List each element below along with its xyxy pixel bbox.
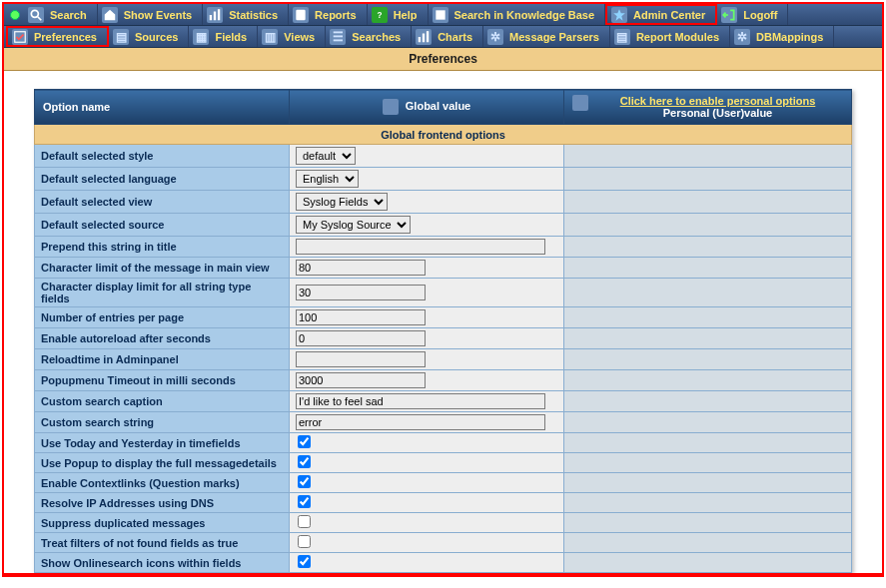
option-value-cell [290, 453, 564, 473]
charts-tab[interactable]: Charts [412, 26, 483, 47]
option-checkbox[interactable] [298, 455, 311, 468]
option-label: Character limit of the message in main v… [35, 258, 290, 279]
views-icon: ▥ [262, 29, 278, 45]
svg-line-1 [38, 16, 42, 20]
option-value-cell [290, 493, 564, 513]
personal-value-cell [564, 349, 852, 370]
pref-row: Use Popup to display the full messagedet… [35, 453, 852, 473]
option-input[interactable] [296, 414, 545, 430]
pref-row: Popupmenu Timeout in milli seconds [35, 370, 852, 391]
personal-value-cell [564, 145, 852, 168]
charts-label: Charts [438, 31, 472, 43]
option-input[interactable] [296, 330, 426, 346]
views-tab[interactable]: ▥ Views [258, 26, 326, 47]
option-value-cell [290, 533, 564, 553]
searches-tab[interactable]: ☰ Searches [326, 26, 412, 47]
option-label: Default selected style [35, 145, 290, 168]
option-label: Popupmenu Timeout in milli seconds [35, 370, 290, 391]
option-input[interactable] [296, 351, 426, 367]
magnifier-icon [28, 7, 44, 23]
svg-marker-8 [613, 9, 625, 21]
option-checkbox[interactable] [298, 555, 311, 568]
option-label: Enable Contextlinks (Question marks) [35, 473, 290, 493]
personal-value-cell [564, 391, 852, 412]
option-value-cell [290, 391, 564, 412]
fields-label: Fields [215, 31, 247, 43]
option-label: Custom search string [35, 412, 290, 433]
option-label: Use Today and Yesterday in timefields [35, 433, 290, 453]
svg-rect-5 [296, 9, 305, 20]
main-toolbar: Search Show Events Statistics Reports ? … [4, 4, 882, 26]
search-button[interactable]: Search [24, 4, 98, 25]
personal-value-cell [564, 493, 852, 513]
home-icon [102, 7, 118, 23]
statistics-button[interactable]: Statistics [203, 4, 289, 25]
sources-tab[interactable]: ▤ Sources [109, 26, 189, 47]
option-label: Use Popup to display the full messagedet… [35, 453, 290, 473]
logoff-button[interactable]: Logoff [717, 4, 788, 25]
option-label: Default selected view [35, 191, 290, 214]
option-input[interactable] [296, 372, 426, 388]
option-checkbox[interactable] [298, 495, 311, 508]
status-indicator-icon [10, 10, 20, 20]
reports-button[interactable]: Reports [289, 4, 368, 25]
content-area: Option name Global value Click here to e… [4, 71, 882, 575]
pref-row: Custom search caption [35, 391, 852, 412]
option-label: Show Onlinesearch icons within fields [35, 553, 290, 573]
option-value-cell [290, 370, 564, 391]
option-input[interactable] [296, 393, 545, 409]
statistics-label: Statistics [229, 9, 278, 21]
personal-value-cell [564, 307, 852, 328]
book-icon [433, 7, 448, 23]
pref-row: Enable Contextlinks (Question marks) [35, 473, 852, 493]
gear-icon: ✲ [487, 29, 503, 45]
option-checkbox[interactable] [298, 535, 311, 548]
enable-personal-options-link[interactable]: Click here to enable personal options [572, 95, 843, 107]
personal-value-cell [564, 513, 852, 533]
personal-value-cell [564, 258, 852, 279]
report-modules-tab[interactable]: ▤ Report Modules [610, 26, 730, 47]
option-select[interactable]: English [296, 170, 359, 188]
option-checkbox[interactable] [298, 435, 311, 448]
option-input[interactable] [296, 285, 426, 300]
knowledge-base-button[interactable]: Search in Knowledge Base [429, 4, 606, 25]
header-personal-value: Click here to enable personal options Pe… [564, 90, 852, 125]
preferences-tab[interactable]: Preferences [6, 26, 109, 47]
option-value-cell [290, 553, 564, 573]
reports-label: Reports [315, 9, 357, 21]
header-global-value: Global value [290, 90, 564, 125]
help-button[interactable]: ? Help [368, 4, 429, 25]
admin-center-button[interactable]: Admin Center [605, 4, 717, 25]
personal-value-cell [564, 533, 852, 553]
star-icon [611, 7, 627, 23]
dbmappings-icon: ✲ [734, 29, 750, 45]
pref-row: Reloadtime in Adminpanel [35, 349, 852, 370]
page-title: Preferences [4, 48, 882, 71]
dbmappings-tab[interactable]: ✲ DBMappings [730, 26, 834, 47]
option-checkbox[interactable] [298, 475, 311, 488]
show-events-button[interactable]: Show Events [98, 4, 203, 25]
pref-row: Enable autoreload after seconds [35, 328, 852, 349]
option-select[interactable]: My Syslog Source [296, 216, 411, 234]
option-checkbox[interactable] [298, 515, 311, 528]
option-select[interactable]: default [296, 147, 356, 165]
report-modules-label: Report Modules [636, 31, 719, 43]
report-modules-icon: ▤ [614, 29, 630, 45]
report-icon [293, 7, 309, 23]
logoff-icon [721, 7, 737, 23]
option-input[interactable] [296, 260, 426, 276]
svg-text:?: ? [377, 10, 382, 19]
personal-value-cell [564, 473, 852, 493]
option-value-cell [290, 513, 564, 533]
fields-icon: ▦ [193, 29, 209, 45]
svg-point-0 [31, 10, 38, 17]
option-input[interactable] [296, 309, 426, 325]
fields-tab[interactable]: ▦ Fields [189, 26, 258, 47]
option-select[interactable]: Syslog Fields [296, 193, 388, 211]
option-value-cell [290, 433, 564, 453]
searches-icon: ☰ [330, 29, 346, 45]
chart-icon [207, 7, 223, 23]
option-input[interactable] [296, 239, 545, 255]
message-parsers-tab[interactable]: ✲ Message Parsers [483, 26, 610, 47]
svg-rect-12 [427, 31, 429, 42]
